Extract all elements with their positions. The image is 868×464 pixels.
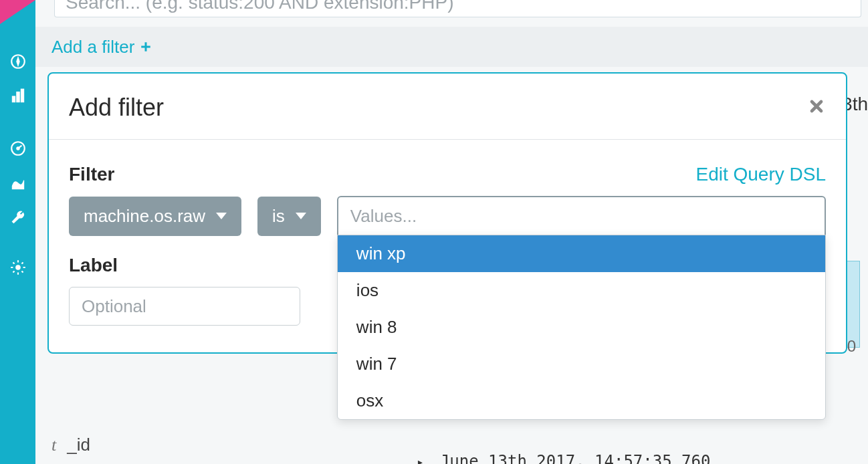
svg-point-6 <box>16 147 19 150</box>
dialog-body: Filter Edit Query DSL machine.os.raw is … <box>49 140 846 352</box>
filter-operator-value: is <box>272 206 285 227</box>
query-bar <box>54 0 861 17</box>
nav-visualize-icon[interactable] <box>0 79 35 114</box>
dropdown-option[interactable]: ios <box>338 272 825 309</box>
field-name-label: _id <box>67 435 90 455</box>
add-filter-dialog: Add filter Filter Edit Query DSL machine… <box>47 72 847 354</box>
nav-dashboard-icon[interactable] <box>0 131 35 166</box>
filter-values-dropdown: win xp ios win 8 win 7 osx <box>337 235 826 420</box>
dialog-title: Add filter <box>69 94 164 122</box>
svg-rect-4 <box>21 89 23 102</box>
plus-icon <box>140 41 152 53</box>
svg-rect-3 <box>16 92 19 102</box>
filter-field-select[interactable]: machine.os.raw <box>69 197 241 236</box>
field-type-icon: t <box>51 435 56 455</box>
filter-section-heading: Filter <box>69 164 114 185</box>
filter-bar: Add a filter <box>35 27 868 67</box>
app-logo <box>0 0 35 24</box>
nav-timelion-icon[interactable] <box>0 166 35 201</box>
chevron-down-icon <box>296 213 306 219</box>
expand-caret-icon[interactable]: ▸ <box>417 455 424 465</box>
dropdown-option[interactable]: win xp <box>338 235 825 272</box>
filter-field-value: machine.os.raw <box>84 206 205 227</box>
svg-point-7 <box>15 265 20 270</box>
dropdown-option[interactable]: osx <box>338 382 825 419</box>
field-list-item[interactable]: t _id <box>51 435 90 455</box>
dropdown-option[interactable]: win 8 <box>338 309 825 346</box>
add-filter-label: Add a filter <box>51 37 134 57</box>
filter-label-input[interactable] <box>69 287 300 326</box>
axis-tick-zero: 0 <box>847 337 856 356</box>
dialog-header: Add filter <box>49 74 846 140</box>
dropdown-option[interactable]: win 7 <box>338 346 825 382</box>
svg-rect-2 <box>12 96 15 102</box>
search-input[interactable] <box>66 0 850 13</box>
side-navigation <box>0 0 35 464</box>
chevron-down-icon <box>216 213 227 219</box>
nav-devtools-icon[interactable] <box>0 201 35 235</box>
doc-row[interactable]: ▸ June 13th 2017, 14:57:35.760 <box>417 452 710 464</box>
doc-timestamp: June 13th 2017, 14:57:35.760 <box>440 452 711 464</box>
filter-values-input[interactable] <box>337 196 826 236</box>
edit-query-dsl-link[interactable]: Edit Query DSL <box>695 164 826 185</box>
add-filter-button[interactable]: Add a filter <box>51 37 152 57</box>
close-icon <box>807 97 826 116</box>
filter-operator-select[interactable]: is <box>257 197 321 236</box>
svg-marker-1 <box>16 57 19 66</box>
filter-controls-row: machine.os.raw is win xp ios win 8 win 7… <box>69 196 826 236</box>
main-area: Add a filter 3th 0 t _id ▸ June 13th 201… <box>35 0 868 464</box>
nav-discover-icon[interactable] <box>0 44 35 79</box>
filter-values-combobox: win xp ios win 8 win 7 osx <box>337 196 826 236</box>
close-button[interactable] <box>807 97 826 118</box>
nav-management-icon[interactable] <box>0 250 35 285</box>
